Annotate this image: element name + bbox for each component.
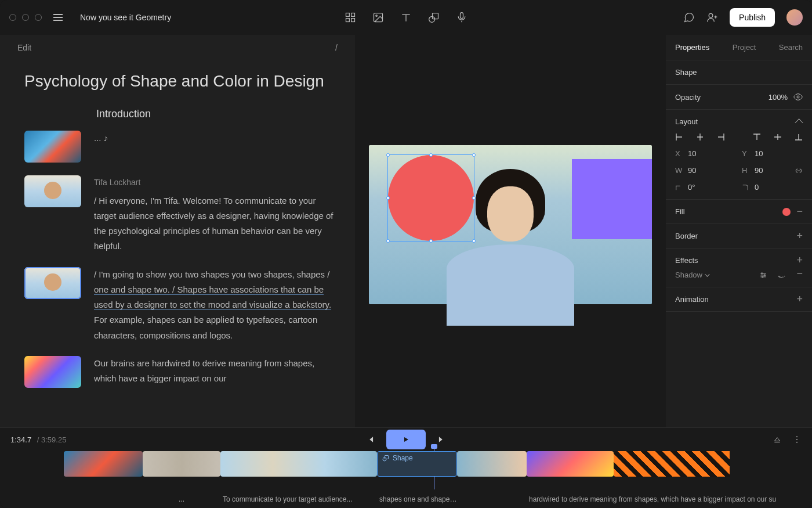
circle-shape[interactable] xyxy=(388,155,474,241)
clip-caption: To communicate to your target audience..… xyxy=(220,495,377,503)
user-avatar[interactable] xyxy=(786,9,803,26)
layout-label: Layout xyxy=(675,117,698,126)
shape-selection-box[interactable] xyxy=(387,154,474,242)
properties-tabs: Properties Project Search xyxy=(666,35,812,60)
slash-indicator: / xyxy=(335,43,338,52)
fill-color-swatch[interactable] xyxy=(782,208,791,216)
svg-rect-3 xyxy=(351,19,355,22)
clip-thumbnail[interactable] xyxy=(24,175,81,207)
timeline-clip-selected[interactable]: Shape xyxy=(377,451,457,477)
svg-rect-1 xyxy=(351,13,355,17)
radius-input[interactable]: 0 xyxy=(755,183,759,192)
align-center-v-icon[interactable] xyxy=(774,133,782,141)
timeline-clip[interactable] xyxy=(457,451,527,477)
animation-label: Animation xyxy=(675,295,709,304)
y-input[interactable]: 10 xyxy=(755,149,763,158)
animation-section: Animation + xyxy=(666,287,812,312)
add-effect-icon[interactable]: + xyxy=(796,256,803,264)
square-shape[interactable] xyxy=(572,159,652,239)
clip-thumbnail-selected[interactable] xyxy=(24,267,81,299)
edit-tab[interactable]: Edit xyxy=(17,43,31,52)
opacity-value[interactable]: 100% xyxy=(768,93,788,102)
add-border-icon[interactable]: + xyxy=(796,232,803,240)
svg-rect-17 xyxy=(385,456,389,459)
rotation-icon xyxy=(675,184,683,191)
project-title[interactable]: Now you see it Geometry xyxy=(80,13,171,22)
image-icon[interactable] xyxy=(372,12,384,23)
resize-handle[interactable] xyxy=(386,153,390,157)
rotation-input[interactable]: 0° xyxy=(688,183,695,192)
align-bottom-icon[interactable] xyxy=(795,133,803,141)
tab-project[interactable]: Project xyxy=(733,43,756,52)
add-animation-icon[interactable]: + xyxy=(796,295,803,303)
tab-properties[interactable]: Properties xyxy=(675,43,709,52)
timeline-clip[interactable] xyxy=(527,451,614,477)
resize-handle[interactable] xyxy=(472,153,476,157)
resize-handle[interactable] xyxy=(429,153,433,157)
timeline-clip[interactable] xyxy=(143,451,220,477)
resize-handle[interactable] xyxy=(472,196,476,200)
canvas[interactable] xyxy=(355,35,666,427)
timeline-clip[interactable] xyxy=(220,451,377,477)
shape-icon[interactable] xyxy=(428,12,440,23)
toolbar xyxy=(345,12,467,23)
link-dimensions-icon[interactable] xyxy=(795,167,803,175)
svg-rect-0 xyxy=(346,13,350,17)
svg-point-10 xyxy=(797,96,799,98)
script-text[interactable]: / I'm going to show you two shapes you t… xyxy=(94,267,338,343)
h-input[interactable]: 90 xyxy=(755,166,763,175)
shadow-hide-icon[interactable] xyxy=(778,271,786,279)
script-text[interactable]: ... ♪ xyxy=(94,131,338,163)
transcript-text: Our brains are hardwired to derive meani… xyxy=(94,358,314,383)
resize-handle[interactable] xyxy=(429,239,433,243)
minimize-window[interactable] xyxy=(22,14,29,21)
align-left-icon[interactable] xyxy=(675,133,683,141)
x-input[interactable]: 10 xyxy=(688,149,696,158)
shadow-dropdown[interactable]: Shadow xyxy=(675,271,708,279)
section-heading[interactable]: Introduction xyxy=(96,108,338,120)
align-top-icon[interactable] xyxy=(753,133,761,141)
menu-icon[interactable] xyxy=(53,14,63,21)
w-input[interactable]: 90 xyxy=(688,166,696,175)
effects-label: Effects xyxy=(675,256,698,265)
tab-search[interactable]: Search xyxy=(779,43,803,52)
comment-icon[interactable] xyxy=(683,12,695,23)
align-right-icon[interactable] xyxy=(717,133,725,141)
remove-shadow-icon[interactable]: − xyxy=(796,271,803,279)
align-center-h-icon[interactable] xyxy=(696,133,704,141)
visibility-icon[interactable] xyxy=(793,92,803,102)
publish-button[interactable]: Publish xyxy=(730,8,775,27)
play-button[interactable] xyxy=(386,430,426,449)
transcript-selection[interactable]: one and shape two. / Shapes have associa… xyxy=(94,284,331,310)
shadow-settings-icon[interactable] xyxy=(759,271,767,279)
svg-rect-2 xyxy=(346,19,350,22)
add-user-icon[interactable] xyxy=(706,12,718,23)
chevron-up-icon[interactable] xyxy=(795,118,803,127)
topbar-right: Publish xyxy=(683,8,803,27)
more-icon[interactable] xyxy=(792,435,802,444)
close-window[interactable] xyxy=(9,14,16,21)
svg-point-16 xyxy=(796,442,798,443)
video-preview[interactable] xyxy=(369,145,652,304)
script-row: Our brains are hardwired to derive meani… xyxy=(24,356,338,388)
clip-thumbnail[interactable] xyxy=(24,131,81,163)
timeline-track[interactable]: Shape xyxy=(0,451,812,495)
resize-handle[interactable] xyxy=(472,239,476,243)
clip-thumbnail[interactable] xyxy=(24,356,81,388)
remove-fill-icon[interactable]: − xyxy=(796,209,803,214)
microphone-icon[interactable] xyxy=(456,12,467,23)
script-text[interactable]: Our brains are hardwired to derive meani… xyxy=(94,356,338,388)
script-text[interactable]: Tifa Lockhart / Hi everyone, I'm Tifa. W… xyxy=(94,175,338,254)
timeline-clip[interactable] xyxy=(64,451,143,477)
shape-type-section: Shape xyxy=(666,60,812,85)
resize-handle[interactable] xyxy=(386,239,390,243)
maximize-window[interactable] xyxy=(35,14,42,21)
document-title[interactable]: Psychology of Shape and Color in Design xyxy=(0,60,355,102)
skip-back-icon[interactable] xyxy=(361,430,380,449)
timeline-clip[interactable] xyxy=(614,451,730,477)
grid-icon[interactable] xyxy=(345,12,356,23)
text-icon[interactable] xyxy=(400,12,412,23)
resize-handle[interactable] xyxy=(386,196,390,200)
eject-icon[interactable] xyxy=(773,435,782,444)
shape-type-label: Shape xyxy=(675,68,697,77)
